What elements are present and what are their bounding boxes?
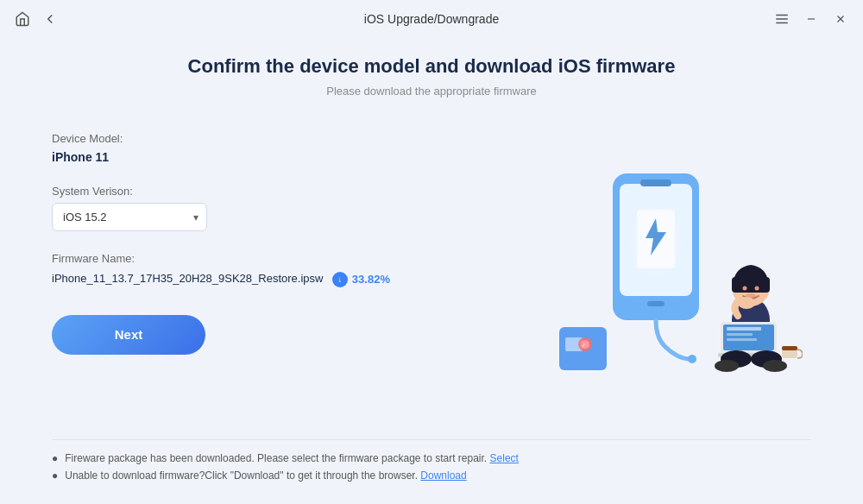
svg-rect-39 bbox=[782, 346, 797, 350]
svg-point-40 bbox=[630, 208, 682, 277]
content-area: Device Model: iPhone 11 System Verison: … bbox=[52, 123, 811, 431]
svg-point-25 bbox=[755, 287, 759, 291]
system-version-label: System Verison: bbox=[52, 185, 483, 198]
svg-rect-23 bbox=[732, 277, 770, 293]
svg-point-24 bbox=[743, 287, 747, 291]
illustration-image: ♪ bbox=[509, 156, 803, 398]
bullet-2: ● bbox=[52, 469, 58, 482]
svg-rect-10 bbox=[640, 180, 671, 186]
svg-point-37 bbox=[763, 360, 787, 372]
download-link[interactable]: Download bbox=[420, 469, 466, 482]
device-model-label: Device Model: bbox=[52, 132, 483, 145]
firmware-progress: ↓ 33.82% bbox=[332, 272, 390, 287]
close-icon[interactable] bbox=[832, 10, 849, 28]
svg-rect-30 bbox=[727, 327, 761, 331]
home-icon[interactable] bbox=[14, 10, 31, 28]
note-text-1: Fireware package has been downloaded. Pl… bbox=[65, 452, 519, 464]
bullet-1: ● bbox=[52, 452, 58, 464]
note-text-2: Unable to download firmware?Click "Downl… bbox=[65, 469, 466, 482]
progress-percentage: 33.82% bbox=[352, 273, 390, 286]
next-button[interactable]: Next bbox=[52, 315, 205, 355]
window-title: iOS Upgrade/Downgrade bbox=[364, 12, 499, 26]
svg-point-12 bbox=[688, 355, 696, 363]
system-version-group: System Verison: iOS 15.2 iOS 15.1 iOS 15… bbox=[52, 185, 483, 231]
svg-point-36 bbox=[715, 360, 739, 372]
main-content: Confirm the device model and download iO… bbox=[0, 38, 863, 504]
minimize-icon[interactable] bbox=[803, 10, 820, 28]
svg-rect-31 bbox=[727, 333, 753, 336]
system-version-wrapper: iOS 15.2 iOS 15.1 iOS 15.0 iOS 14.8 iOS … bbox=[52, 203, 207, 231]
page-header: Confirm the device model and download iO… bbox=[52, 55, 811, 98]
firmware-name-value: iPhone_11_13.7_17H35_20H28_9SK28_Restore… bbox=[52, 272, 323, 285]
page-subtitle: Please download the appropriate firmware bbox=[52, 85, 811, 98]
titlebar-right bbox=[773, 10, 849, 28]
form-section: Device Model: iPhone 11 System Verison: … bbox=[52, 123, 483, 431]
titlebar-left bbox=[14, 10, 59, 28]
illustration-section: ♪ bbox=[501, 123, 811, 431]
back-icon[interactable] bbox=[41, 10, 59, 28]
download-progress-icon: ↓ bbox=[332, 272, 348, 287]
device-model-value: iPhone 11 bbox=[52, 150, 483, 164]
select-link[interactable]: Select bbox=[490, 452, 519, 464]
firmware-name-row: iPhone_11_13.7_17H35_20H28_9SK28_Restore… bbox=[52, 270, 483, 287]
bottom-notes: ● Fireware package has been downloaded. … bbox=[52, 439, 811, 487]
firmware-name-group: Firmware Name: iPhone_11_13.7_17H35_20H2… bbox=[52, 252, 483, 287]
note-item-1: ● Fireware package has been downloaded. … bbox=[52, 452, 811, 464]
menu-icon[interactable] bbox=[773, 10, 791, 28]
firmware-name-label: Firmware Name: bbox=[52, 252, 483, 265]
svg-text:♪: ♪ bbox=[582, 341, 585, 349]
page-title: Confirm the device model and download iO… bbox=[52, 55, 811, 78]
svg-rect-32 bbox=[727, 338, 757, 341]
note-item-2: ● Unable to download firmware?Click "Dow… bbox=[52, 469, 811, 482]
svg-rect-11 bbox=[647, 301, 665, 306]
device-model-group: Device Model: iPhone 11 bbox=[52, 132, 483, 164]
titlebar: iOS Upgrade/Downgrade bbox=[0, 0, 863, 38]
system-version-select[interactable]: iOS 15.2 iOS 15.1 iOS 15.0 iOS 14.8 iOS … bbox=[52, 203, 207, 231]
